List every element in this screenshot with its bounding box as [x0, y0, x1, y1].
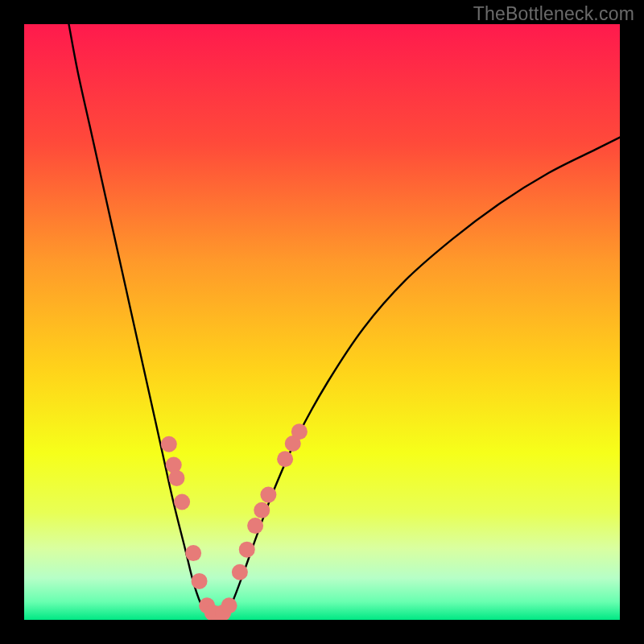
- plot-area: [24, 24, 620, 620]
- watermark-text: TheBottleneck.com: [473, 3, 634, 25]
- bottleneck-curve: [69, 24, 621, 618]
- marker-dot: [254, 502, 270, 518]
- curve-layer: [24, 24, 620, 620]
- marker-dot: [277, 451, 293, 467]
- chart-frame: TheBottleneck.com: [0, 0, 644, 644]
- marker-dot: [161, 436, 177, 452]
- marker-dot: [168, 470, 184, 486]
- marker-dot: [192, 573, 208, 589]
- marker-dot: [239, 542, 255, 558]
- marker-dot: [260, 487, 276, 503]
- marker-dot: [174, 493, 190, 510]
- marker-dot: [221, 597, 237, 613]
- marker-dot: [232, 564, 248, 580]
- marker-dot: [291, 423, 308, 440]
- marker-dot: [247, 518, 263, 534]
- marker-dot: [185, 545, 201, 561]
- highlighted-points: [161, 423, 308, 620]
